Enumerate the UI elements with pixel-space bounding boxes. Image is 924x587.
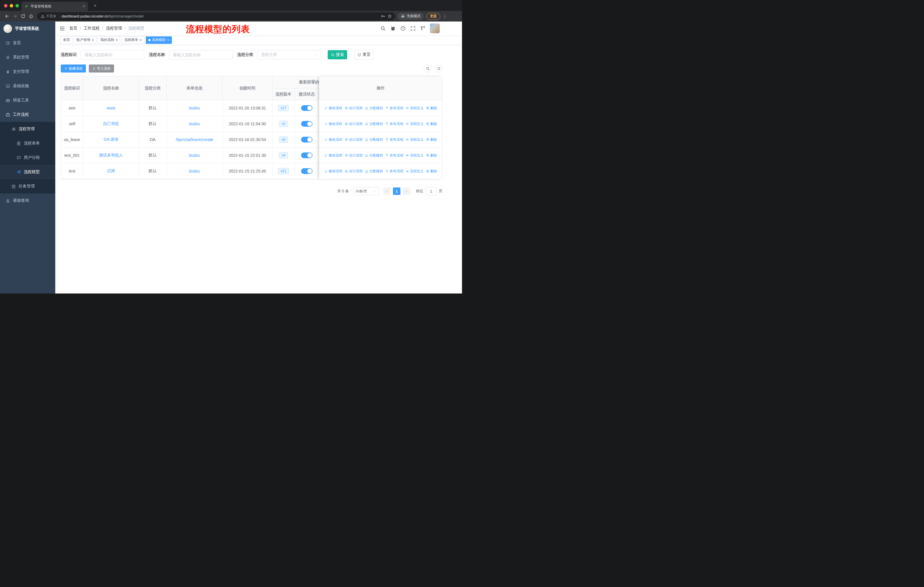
help-button[interactable]: ? [401,26,406,31]
design-process-link[interactable]: 设计流程 [345,169,363,174]
process-definition-link[interactable]: 流程定义 [406,106,424,111]
publish-process-link[interactable]: 发布流程 [385,137,403,142]
tag-close-icon[interactable]: × [167,38,170,42]
reload-button[interactable] [19,12,27,20]
user-avatar[interactable] [430,23,440,33]
sidebar-item[interactable]: 基础设施 [0,79,55,93]
modify-process-link[interactable]: 修改流程 [324,153,342,158]
tag-close-icon[interactable]: × [116,38,118,42]
form-info-link[interactable]: biubiu [189,106,200,110]
window-close-button[interactable] [4,4,7,7]
github-button[interactable] [390,26,396,31]
tab-close-icon[interactable]: × [83,4,85,8]
form-info-link[interactable]: /bpm/oa/leave/create [176,137,213,142]
design-process-link[interactable]: 设计流程 [345,122,363,126]
address-bar[interactable]: 不安全 dashboard.yudao.iocoder.cn/bpm/manag… [37,12,395,20]
sidebar-toggle-button[interactable] [59,26,65,31]
new-tab-button[interactable]: + [92,2,99,9]
sidebar-item[interactable]: 研发工具 [0,93,55,107]
design-process-link[interactable]: 设计流程 [345,106,363,111]
sidebar-item[interactable]: 流程管理 [0,122,55,136]
sidebar-item[interactable]: 流程模型 [0,165,55,179]
modify-process-link[interactable]: 修改流程 [324,106,342,111]
sidebar-item[interactable]: 用户分组 [0,150,55,165]
delete-link[interactable]: 删除 [426,106,437,111]
breadcrumb-item[interactable]: 工作流程 [84,26,100,31]
search-submit-button[interactable]: 搜索 [328,50,347,60]
process-name-input[interactable] [169,50,233,60]
delete-link[interactable]: 删除 [426,122,437,126]
version-badge[interactable]: v21 [278,168,289,174]
tag-item[interactable]: 租户管理× [74,36,97,44]
prev-page-button[interactable]: ‹ [383,187,391,195]
assign-rule-link[interactable]: 分配规则 [365,153,383,158]
sidebar-item[interactable]: 任务管理 [0,179,55,193]
sidebar-item[interactable]: 流程表单 [0,136,55,150]
sidebar-item[interactable]: ¥支付管理 [0,64,55,79]
process-name-link[interactable]: 滔博 [107,169,115,173]
header-search-button[interactable] [380,26,386,31]
goto-page-input[interactable] [425,187,437,195]
sidebar-item[interactable]: 工作流程 [0,107,55,122]
form-info-link[interactable]: biubiu [189,122,200,126]
page-number-current[interactable]: 1 [393,187,401,195]
delete-link[interactable]: 删除 [426,169,437,174]
active-toggle[interactable] [301,105,312,111]
active-toggle[interactable] [301,152,312,158]
version-badge[interactable]: v17 [278,105,289,111]
modify-process-link[interactable]: 修改流程 [324,137,342,142]
tag-close-icon[interactable]: × [92,38,94,42]
back-button[interactable] [3,12,11,20]
reset-button[interactable]: 重置 [354,50,374,60]
toggle-search-button[interactable] [424,64,432,73]
browser-menu-button[interactable]: ⋮ [442,13,447,19]
process-definition-link[interactable]: 流程定义 [406,169,424,174]
modify-process-link[interactable]: 修改流程 [324,169,342,174]
publish-process-link[interactable]: 发布流程 [385,153,403,158]
sidebar-item[interactable]: 请假查询 [0,193,55,208]
active-toggle[interactable] [301,168,312,174]
active-toggle[interactable] [301,137,312,142]
forward-button[interactable] [11,12,19,20]
tag-item[interactable]: 流程表单× [122,36,144,44]
fullscreen-button[interactable] [411,26,416,31]
password-manager-icon[interactable] [381,14,385,18]
create-process-button[interactable]: 新建流程 [61,64,86,73]
process-name-link[interactable]: 测试多审批人 [99,153,123,157]
version-badge[interactable]: v2 [279,121,288,127]
process-name-link[interactable]: OA 请假 [104,137,118,142]
sidebar-item[interactable]: 系统管理 [0,50,55,64]
tag-item[interactable]: 流程模型× [146,36,172,44]
form-info-link[interactable]: biubiu [189,153,200,158]
refresh-table-button[interactable] [434,64,442,73]
import-process-button[interactable]: 导入流程 [89,64,114,73]
active-toggle[interactable] [301,121,312,127]
tag-item[interactable]: 我的流程× [98,36,120,44]
modify-process-link[interactable]: 修改流程 [324,122,342,126]
assign-rule-link[interactable]: 分配规则 [365,106,383,111]
sidebar-item[interactable]: 首页 [0,36,55,50]
tag-close-icon[interactable]: × [140,38,142,42]
design-process-link[interactable]: 设计流程 [345,153,363,158]
window-zoom-button[interactable] [15,4,19,7]
process-name-link[interactable]: 自己审批 [103,121,119,126]
font-size-button[interactable]: TT [421,26,425,31]
tag-item[interactable]: 首页 [60,36,73,44]
delete-link[interactable]: 删除 [426,153,437,158]
version-badge[interactable]: v5 [279,136,288,143]
delete-link[interactable]: 删除 [426,137,437,142]
process-name-link[interactable]: eeee [107,106,116,110]
publish-process-link[interactable]: 发布流程 [385,169,403,174]
assign-rule-link[interactable]: 分配规则 [365,169,383,174]
form-info-link[interactable]: biubiu [189,169,200,174]
category-select[interactable]: 流程分类 [257,50,321,60]
process-definition-link[interactable]: 流程定义 [406,137,424,142]
browser-update-button[interactable]: 更新 [426,13,440,20]
window-minimize-button[interactable] [10,4,13,7]
next-page-button[interactable]: › [403,187,410,195]
assign-rule-link[interactable]: 分配规则 [365,122,383,126]
process-definition-link[interactable]: 流程定义 [406,122,424,126]
assign-rule-link[interactable]: 分配规则 [365,137,383,142]
bookmark-star-icon[interactable] [388,14,392,18]
home-button[interactable] [27,12,35,20]
